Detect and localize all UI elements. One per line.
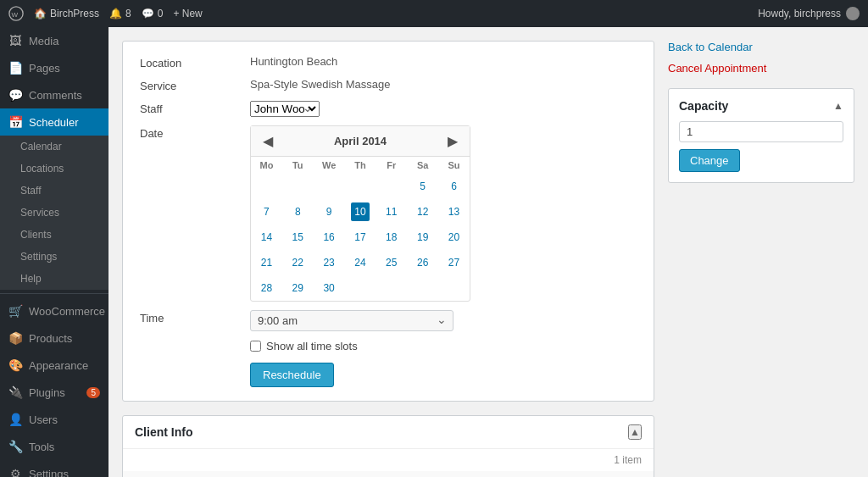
sidebar-item-help[interactable]: Help <box>0 268 108 290</box>
sidebar-item-woocommerce[interactable]: 🛒 WooCommerce <box>0 297 108 324</box>
calendar-empty-cell <box>376 275 407 301</box>
admin-bar-new[interactable]: + New <box>173 8 202 19</box>
calendar-day-cell[interactable]: 26 <box>407 250 438 275</box>
calendar-day-cell[interactable]: 29 <box>282 275 314 301</box>
calendar-day-link[interactable]: 24 <box>351 253 370 272</box>
calendar-day-link[interactable]: 14 <box>257 228 275 247</box>
show-timeslots-row: Show all time slots <box>250 340 637 352</box>
calendar-day-link[interactable]: 8 <box>288 202 307 221</box>
sidebar-item-users[interactable]: 👤 Users <box>0 406 108 433</box>
sidebar-item-clients[interactable]: Clients <box>0 224 108 246</box>
capacity-change-button[interactable]: Change <box>679 149 740 172</box>
capacity-header: Capacity ▲ <box>679 99 843 113</box>
calendar-day-cell[interactable]: 5 <box>407 174 438 199</box>
calendar-day-link[interactable]: 30 <box>320 279 338 297</box>
sidebar-item-settings[interactable]: Settings <box>0 246 108 268</box>
calendar-day-link[interactable]: 22 <box>288 253 307 272</box>
sidebar-item-products[interactable]: 📦 Products <box>0 324 108 352</box>
sidebar-item-tools[interactable]: 🔧 Tools <box>0 433 108 460</box>
calendar-day-link[interactable]: 15 <box>288 228 307 247</box>
calendar-day-cell[interactable]: 9 <box>314 199 345 225</box>
client-info-header: Client Info ▲ <box>123 416 654 449</box>
calendar-day-cell[interactable]: 12 <box>407 199 438 225</box>
calendar-day-cell[interactable]: 18 <box>376 225 407 250</box>
calendar-day-link[interactable]: 11 <box>382 202 401 221</box>
sidebar-item-label: Users <box>29 413 58 426</box>
sidebar-item-settings-bottom[interactable]: ⚙ Settings <box>0 460 108 477</box>
sidebar-item-plugins[interactable]: 🔌 Plugins 5 <box>0 379 108 406</box>
sidebar-item-scheduler[interactable]: 📅 Scheduler <box>0 108 108 136</box>
calendar-day-cell[interactable]: 16 <box>314 225 345 250</box>
calendar: ◀ April 2014 ▶ Mo Tu We <box>250 125 470 302</box>
calendar-day-cell[interactable]: 20 <box>438 225 470 250</box>
calendar-day-cell[interactable]: 17 <box>345 225 376 250</box>
sidebar-item-comments[interactable]: 💬 Comments <box>0 81 108 108</box>
admin-bar-updates[interactable]: 🔔 8 <box>109 8 131 19</box>
sidebar-item-appearance[interactable]: 🎨 Appearance <box>0 352 108 379</box>
calendar-day-link[interactable]: 13 <box>445 202 464 221</box>
calendar-day-cell[interactable]: 14 <box>251 225 282 250</box>
calendar-day-link[interactable]: 12 <box>414 202 432 221</box>
admin-bar-site[interactable]: 🏠 BirchPress <box>34 8 99 19</box>
staff-select[interactable]: John Woo <box>250 101 320 117</box>
show-timeslots-checkbox[interactable] <box>250 341 261 352</box>
calendar-day-link[interactable]: 28 <box>257 279 275 297</box>
calendar-day-link[interactable]: 23 <box>320 253 338 272</box>
capacity-input[interactable] <box>679 121 843 142</box>
help-label: Help <box>20 273 42 285</box>
client-info-card: Client Info ▲ 1 item First Name Last Nam… <box>122 415 654 477</box>
calendar-day-cell[interactable]: 25 <box>376 250 407 275</box>
calendar-day-cell[interactable]: 22 <box>282 250 314 275</box>
back-to-calendar-button[interactable]: Back to Calendar <box>668 41 753 53</box>
calendar-day-cell[interactable]: 24 <box>345 250 376 275</box>
calendar-day-link[interactable]: 9 <box>320 202 338 221</box>
scheduler-icon: 📅 <box>8 115 22 129</box>
prev-month-button[interactable]: ◀ <box>259 133 276 149</box>
calendar-day-cell[interactable]: 15 <box>282 225 314 250</box>
time-select[interactable]: 9:00 am <box>250 310 453 331</box>
calendar-day-cell[interactable]: 28 <box>251 275 282 301</box>
calendar-day-link[interactable]: 29 <box>288 279 307 297</box>
calendar-day-link[interactable]: 5 <box>414 177 432 196</box>
calendar-day-cell[interactable]: 27 <box>438 250 470 275</box>
calendar-day-cell[interactable]: 21 <box>251 250 282 275</box>
calendar-day-cell[interactable]: 10 <box>345 199 376 225</box>
client-info-collapse-button[interactable]: ▲ <box>628 424 642 440</box>
calendar-day-cell[interactable]: 8 <box>282 199 314 225</box>
sidebar-item-calendar[interactable]: Calendar <box>0 136 108 158</box>
calendar-day-cell[interactable]: 7 <box>251 199 282 225</box>
sidebar-item-pages[interactable]: 📄 Pages <box>0 54 108 81</box>
calendar-day-link[interactable]: 10 <box>351 202 370 221</box>
reschedule-button[interactable]: Reschedule <box>250 363 334 387</box>
staff-label: Staff <box>20 185 41 197</box>
calendar-day-cell[interactable]: 13 <box>438 199 470 225</box>
calendar-day-link[interactable]: 7 <box>257 202 275 221</box>
calendar-day-link[interactable]: 25 <box>382 253 401 272</box>
calendar-day-cell[interactable]: 11 <box>376 199 407 225</box>
calendar-day-link[interactable]: 19 <box>414 228 432 247</box>
calendar-day-link[interactable]: 26 <box>414 253 432 272</box>
sidebar-item-locations[interactable]: Locations <box>0 158 108 180</box>
calendar-day-link[interactable]: 21 <box>257 253 275 272</box>
calendar-day-cell[interactable]: 30 <box>314 275 345 301</box>
cancel-appointment-button[interactable]: Cancel Appointment <box>668 62 766 75</box>
sidebar-item-services[interactable]: Services <box>0 202 108 224</box>
next-month-button[interactable]: ▶ <box>444 133 461 149</box>
calendar-day-link[interactable]: 17 <box>351 228 370 247</box>
calendar-day-cell[interactable]: 19 <box>407 225 438 250</box>
calendar-day-link[interactable]: 6 <box>445 177 464 196</box>
calendar-day-link[interactable]: 27 <box>445 253 464 272</box>
calendar-day-cell[interactable]: 6 <box>438 174 470 199</box>
sidebar-item-media[interactable]: 🖼 Media <box>0 27 108 54</box>
calendar-day-cell[interactable]: 23 <box>314 250 345 275</box>
calendar-day-link[interactable]: 18 <box>382 228 401 247</box>
calendar-day-link[interactable]: 16 <box>320 228 338 247</box>
calendar-empty-cell <box>345 174 376 199</box>
calendar-day-link[interactable]: 20 <box>445 228 464 247</box>
capacity-toggle-button[interactable]: ▲ <box>833 100 843 112</box>
service-value: Spa-Style Swedish Massage <box>250 78 637 91</box>
admin-bar-comments[interactable]: 💬 0 <box>142 8 164 19</box>
staff-value: John Woo <box>250 101 637 117</box>
main-content: Location Huntington Beach Service Spa-St… <box>108 27 868 477</box>
sidebar-item-staff[interactable]: Staff <box>0 180 108 202</box>
